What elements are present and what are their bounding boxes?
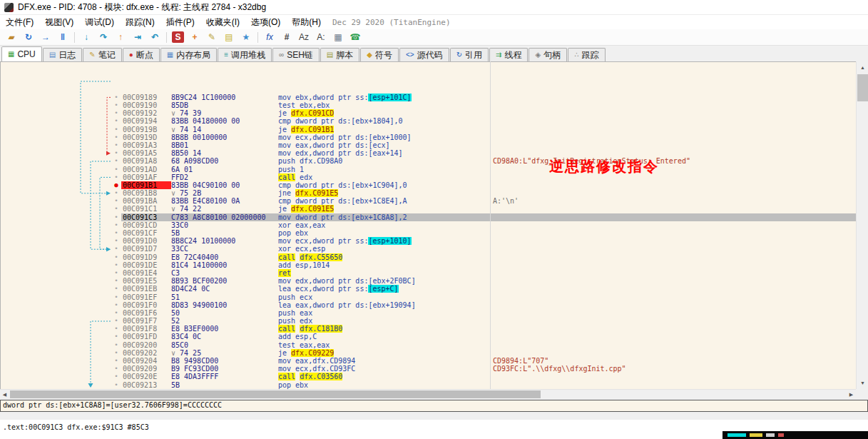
disasm-row[interactable]: •00C091CF5Bpop ebx — [0, 229, 856, 237]
row-dot[interactable]: • — [111, 197, 121, 205]
disasm-row[interactable]: •00C091A58B50 14mov edx,dword ptr ds:[ea… — [0, 149, 856, 157]
row-dot[interactable]: • — [111, 157, 121, 165]
tab-symbols[interactable]: ◆符号 — [360, 48, 399, 61]
animate-into-icon[interactable]: ↶ — [147, 31, 163, 44]
row-dot[interactable]: • — [111, 117, 121, 125]
disasm-row[interactable]: •00C091F650push eax — [0, 309, 856, 317]
step-over-icon[interactable]: ↷ — [96, 31, 111, 44]
disasm-row[interactable]: •00C091C1∨ 74 22je dfx.C091E5 — [0, 205, 856, 213]
comment-pencil-icon[interactable]: ✎ — [204, 31, 220, 44]
disasm-row[interactable]: ●00C091B183BB 04C90100 00cmp dword ptr d… — [0, 181, 856, 189]
step-out-icon[interactable]: ↑ — [113, 31, 128, 44]
tab-memory-map[interactable]: ▦内存布局 — [160, 48, 217, 61]
disasm-row[interactable]: •00C09192∨ 74 39je dfx.C091CD — [0, 109, 856, 117]
disasm-row[interactable]: •00C091A868 A098CD00push dfx.CD98A0CD98A… — [0, 157, 856, 165]
row-dot[interactable]: • — [111, 166, 121, 173]
disasm-row[interactable]: •00C0919483BB 04180000 00cmp dword ptr d… — [0, 117, 856, 125]
menu-item-n[interactable]: 跟踪(N) — [120, 15, 160, 30]
disasm-row[interactable]: •00C091D733CCxor ecx,esp — [0, 245, 856, 253]
disasm-row[interactable]: •00C0919B∨ 74 14je dfx.C091B1 — [0, 126, 856, 133]
fx-icon[interactable]: fx — [262, 31, 277, 44]
menu-item-f[interactable]: 文件(F) — [0, 15, 39, 30]
disassembly-view[interactable]: •00C091898B9C24 1C100000mov ebx,dword pt… — [0, 61, 856, 389]
vertical-scrollbar-thumb[interactable] — [857, 74, 868, 101]
disasm-row[interactable]: •00C091F8E8 B3EF0000call dfx.C181B0 — [0, 325, 856, 333]
row-dot[interactable]: • — [111, 141, 121, 149]
disasm-row[interactable]: •00C091A38B01mov eax,dword ptr ds:[ecx] — [0, 141, 856, 149]
disasm-row[interactable]: •00C091C3C783 A8C80100 02000000mov dword… — [0, 213, 856, 221]
disasm-row[interactable]: •00C091E58B93 BCF00200mov edx,dword ptr … — [0, 277, 856, 285]
breakpoint-dot[interactable]: ● — [111, 181, 121, 189]
menu-item-v[interactable]: 视图(V) — [39, 15, 79, 30]
disasm-row[interactable]: •00C0919085DBtest ebx,ebx — [0, 101, 856, 109]
menu-item-h[interactable]: 帮助(H) — [286, 15, 327, 30]
row-dot[interactable]: • — [111, 245, 121, 253]
row-dot[interactable]: • — [111, 133, 121, 141]
row-dot[interactable]: • — [111, 333, 121, 340]
disasm-row[interactable]: •00C091AD6A 01push 1 — [0, 166, 856, 173]
tab-call-stack[interactable]: ≡调用堆栈 — [218, 48, 272, 61]
disasm-row[interactable]: •00C09202∨ 74 25je dfx.C09229 — [0, 349, 856, 357]
disasm-row[interactable]: •00C0919D8B8B 00100000mov ecx,dword ptr … — [0, 133, 856, 141]
row-dot[interactable]: • — [111, 381, 121, 389]
tab-log[interactable]: ▤日志 — [43, 48, 82, 61]
row-dot[interactable]: • — [111, 221, 121, 229]
disasm-row[interactable]: •00C09209B9 FC93CD00mov ecx,dfx.CD93FCCD… — [0, 365, 856, 373]
step-into-icon[interactable]: ↓ — [78, 31, 94, 44]
patches-icon[interactable]: + — [187, 31, 203, 44]
row-dot[interactable]: • — [111, 373, 121, 380]
disasm-row[interactable]: •00C09204B8 9498CD00mov eax,dfx.CD9894CD… — [0, 357, 856, 365]
disasm-row[interactable]: •00C092135Bpop ebx — [0, 381, 856, 389]
menu-item-i[interactable]: 收藏夹(I) — [200, 15, 245, 30]
run-to-user-code-icon[interactable]: ⇥ — [130, 31, 145, 44]
tab-cpu[interactable]: ▦CPU — [1, 46, 42, 61]
disasm-row[interactable]: •00C0920085C0test eax,eax — [0, 341, 856, 349]
row-dot[interactable]: • — [111, 149, 121, 157]
disasm-row[interactable]: •00C091EF51push ecx — [0, 293, 856, 301]
row-dot[interactable]: • — [111, 229, 121, 237]
run-icon[interactable]: → — [38, 31, 53, 44]
row-dot[interactable]: • — [111, 253, 121, 261]
row-dot[interactable]: • — [111, 365, 121, 373]
row-dot[interactable]: • — [111, 277, 121, 285]
row-dot[interactable]: • — [111, 109, 121, 117]
row-dot[interactable]: • — [111, 341, 121, 349]
disasm-row[interactable]: •00C091FD83C4 0Cadd esp,C — [0, 333, 856, 340]
menu-item-d[interactable]: 调试(D) — [79, 15, 120, 30]
restart-icon[interactable]: ↻ — [21, 31, 36, 44]
disasm-row[interactable]: •00C091EB8D4C24 0Clea ecx,dword ptr ss:[… — [0, 285, 856, 293]
tab-threads[interactable]: ⇉线程 — [489, 48, 528, 61]
menu-item-o[interactable]: 选项(O) — [245, 15, 286, 30]
disasm-row[interactable]: •00C091DE81C4 14100000add esp,1014 — [0, 261, 856, 269]
row-dot[interactable]: • — [111, 237, 121, 245]
tab-breakpoints[interactable]: ●断点 — [123, 48, 160, 61]
disasm-row[interactable]: •00C091F752push edx — [0, 317, 856, 325]
scylla-icon[interactable]: S — [172, 31, 184, 43]
disasm-row[interactable]: •00C091D08B8C24 10100000mov ecx,dword pt… — [0, 237, 856, 245]
row-dot[interactable]: • — [111, 94, 121, 101]
row-dot[interactable]: • — [111, 126, 121, 133]
hash-icon[interactable]: # — [279, 31, 295, 44]
titlebar[interactable]: DFX.exe - PID: 4708 - 模块: dfx.exe - 线程: … — [0, 0, 868, 15]
tab-notes[interactable]: ✎笔记 — [83, 48, 121, 61]
a-colon-icon[interactable]: A: — [313, 31, 329, 44]
row-dot[interactable]: • — [111, 205, 121, 213]
row-dot[interactable]: • — [111, 317, 121, 325]
row-dot[interactable]: • — [111, 301, 121, 309]
row-dot[interactable]: • — [111, 349, 121, 357]
disasm-row[interactable]: •00C091B8∨ 75 2Bjne dfx.C091E5 — [0, 189, 856, 197]
pause-icon[interactable]: ‖ — [55, 31, 71, 44]
horizontal-scrollbar[interactable]: ◀ ▶ — [0, 389, 856, 398]
row-dot[interactable]: • — [111, 269, 121, 277]
tab-seh[interactable]: ∞SEH链 — [272, 48, 320, 61]
row-dot[interactable]: • — [111, 357, 121, 365]
row-dot[interactable]: • — [111, 325, 121, 333]
scroll-right-button[interactable]: ▶ — [847, 390, 856, 399]
row-dot[interactable]: • — [111, 101, 121, 109]
disasm-row[interactable]: •00C091BA83BB E4C80100 0Acmp dword ptr d… — [0, 197, 856, 205]
memory-grid-icon[interactable]: ▦ — [330, 31, 346, 44]
row-dot[interactable]: • — [111, 189, 121, 197]
disasm-row[interactable]: •00C091898B9C24 1C100000mov ebx,dword pt… — [0, 94, 856, 101]
row-dot[interactable]: • — [111, 309, 121, 317]
favourites-icon[interactable]: ★ — [238, 31, 254, 44]
